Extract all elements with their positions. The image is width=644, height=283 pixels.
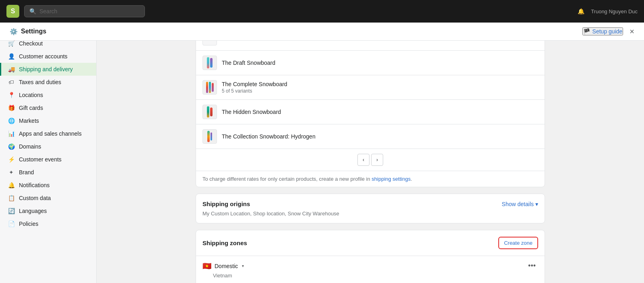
- product-info-3: The Complete Snowboard 5 of 5 variants: [222, 81, 538, 94]
- product-row-5: The Collection Snowboard: Hydrogen: [196, 124, 545, 149]
- vietnam-flag: 🇻🇳: [202, 262, 211, 271]
- header-right: 🔔 Truong Nguyen Duc: [578, 8, 638, 14]
- search-icon: 🔍: [29, 8, 36, 14]
- sidebar-label-policies: Policies: [19, 221, 38, 227]
- sidebar-label-checkout: Checkout: [19, 40, 43, 47]
- product-info-5: The Collection Snowboard: Hydrogen: [222, 133, 538, 140]
- sidebar-item-brand[interactable]: ✦ Brand: [0, 166, 96, 179]
- sidebar-item-notifications[interactable]: 🔔 Notifications: [0, 179, 96, 192]
- settings-title-container: ⚙️ Settings: [10, 28, 46, 35]
- sidebar-label-locations: Locations: [19, 92, 43, 98]
- shipping-origins-locations: My Custom Location, Shop location, Snow …: [202, 211, 538, 217]
- chevron-down-icon: ▾: [535, 201, 538, 207]
- product-name-5: The Collection Snowboard: Hydrogen: [222, 133, 538, 140]
- domains-icon: 🌍: [8, 143, 15, 150]
- setup-guide-button[interactable]: 🏴 Setup guide: [582, 27, 623, 35]
- checkout-icon: 🛒: [8, 40, 15, 47]
- sidebar-item-policies[interactable]: 📄 Policies: [0, 217, 96, 230]
- sidebar-label-domains: Domains: [19, 143, 41, 150]
- zone-chevron-icon: ▾: [242, 264, 244, 268]
- shipping-origins-card: Shipping origins Show details ▾ My Custo…: [196, 194, 545, 223]
- sidebar-label-customer-events: Customer events: [19, 156, 62, 163]
- sidebar-item-shipping[interactable]: 🚚 Shipping and delivery: [0, 63, 96, 76]
- brand-icon: ✦: [8, 169, 15, 176]
- zone-name-label: Domestic: [215, 263, 238, 269]
- sidebar-item-custom-data[interactable]: 📋 Custom data: [0, 192, 96, 205]
- markets-icon: 🌐: [8, 118, 15, 124]
- sidebar-label-markets: Markets: [19, 118, 39, 124]
- languages-icon: 🔄: [8, 208, 15, 214]
- zone-name-container: 🇻🇳 Domestic ▾: [202, 262, 244, 271]
- product-row-4: The Hidden Snowboard: [196, 100, 545, 124]
- sidebar-label-shipping: Shipping and delivery: [19, 66, 73, 72]
- sidebar-label-taxes: Taxes and duties: [19, 79, 61, 85]
- sidebar-label-customer-accounts: Customer accounts: [19, 53, 68, 60]
- zone-more-button[interactable]: •••: [526, 261, 538, 271]
- next-page-button[interactable]: ›: [371, 154, 383, 166]
- product-name-4: The Hidden Snowboard: [222, 109, 538, 115]
- customer-events-icon: ⚡: [8, 156, 15, 163]
- product-info-2: The Draft Snowboard: [222, 60, 538, 66]
- content-area: 🖼 The Minimal Snowboard The Draft: [97, 19, 644, 283]
- shopify-logo: S: [6, 5, 19, 18]
- product-info-4: The Hidden Snowboard: [222, 109, 538, 115]
- info-bar: To charge different rates for only certa…: [196, 171, 545, 187]
- notification-icon[interactable]: 🔔: [578, 8, 584, 14]
- show-details-button[interactable]: Show details ▾: [502, 201, 538, 207]
- zone-country: Vietnam: [202, 273, 538, 279]
- settings-gear-icon: ⚙️: [10, 28, 18, 35]
- sidebar-item-languages[interactable]: 🔄 Languages: [0, 205, 96, 217]
- product-thumbnail-4: [202, 105, 217, 119]
- locations-icon: 📍: [8, 92, 15, 98]
- zone-name-row: 🇻🇳 Domestic ▾ •••: [202, 261, 538, 271]
- shipping-zones-title: Shipping zones: [202, 240, 247, 246]
- shipping-icon: 🚚: [8, 66, 15, 72]
- sidebar-item-locations[interactable]: 📍 Locations: [0, 89, 96, 101]
- gift-cards-icon: 🎁: [8, 105, 15, 111]
- policies-icon: 📄: [8, 221, 15, 227]
- close-settings-button[interactable]: ×: [630, 27, 634, 35]
- settings-title: Settings: [21, 28, 46, 35]
- info-suffix: .: [411, 176, 412, 182]
- main-layout: 💳 Payments 🛒 Checkout 👤 Customer account…: [0, 19, 644, 283]
- shipping-zones-card: Shipping zones Create zone 🇻🇳 Domestic ▾…: [196, 230, 545, 283]
- shipping-origins-title: Shipping origins: [202, 200, 250, 207]
- pagination: ‹ ›: [196, 149, 545, 171]
- sidebar-item-customer-events[interactable]: ⚡ Customer events: [0, 153, 96, 166]
- flag-icon: 🏴: [583, 28, 590, 35]
- product-thumbnail-3: [202, 80, 217, 95]
- customer-accounts-icon: 👤: [8, 53, 15, 60]
- app-header: S 🔍 Search 🔔 Truong Nguyen Duc: [0, 0, 644, 23]
- product-row-2: The Draft Snowboard: [196, 51, 545, 75]
- search-placeholder: Search: [39, 8, 57, 14]
- product-name-3: The Complete Snowboard: [222, 81, 538, 87]
- sidebar-item-customer-accounts[interactable]: 👤 Customer accounts: [0, 50, 96, 63]
- shipping-zones-header: Shipping zones Create zone: [196, 230, 545, 256]
- content-inner: 🖼 The Minimal Snowboard The Draft: [189, 19, 551, 283]
- shipping-settings-link[interactable]: shipping settings: [372, 176, 411, 182]
- prev-page-button[interactable]: ‹: [357, 154, 369, 166]
- product-row-3: The Complete Snowboard 5 of 5 variants: [196, 75, 545, 100]
- create-zone-button[interactable]: Create zone: [498, 237, 538, 249]
- header-left: S 🔍 Search: [6, 5, 145, 18]
- notifications-icon: 🔔: [8, 182, 15, 188]
- custom-data-icon: 📋: [8, 195, 15, 201]
- sidebar-item-gift-cards[interactable]: 🎁 Gift cards: [0, 101, 96, 114]
- product-thumbnail-5: [202, 129, 217, 144]
- product-variants-3: 5 of 5 variants: [222, 88, 538, 94]
- sidebar-item-domains[interactable]: 🌍 Domains: [0, 140, 96, 153]
- info-text: To charge different rates for only certa…: [202, 176, 372, 182]
- apps-sales-icon: 📊: [8, 130, 15, 137]
- sidebar-item-taxes[interactable]: 🏷 Taxes and duties: [0, 76, 96, 89]
- sidebar-label-brand: Brand: [19, 169, 34, 176]
- search-bar[interactable]: 🔍 Search: [24, 5, 145, 17]
- product-thumbnail-2: [202, 56, 217, 70]
- shipping-origins-header: Shipping origins Show details ▾: [202, 200, 538, 207]
- sidebar-label-gift-cards: Gift cards: [19, 105, 43, 111]
- sidebar: 💳 Payments 🛒 Checkout 👤 Customer account…: [0, 19, 97, 283]
- sidebar-label-custom-data: Custom data: [19, 195, 51, 201]
- sidebar-item-apps-sales[interactable]: 📊 Apps and sales channels: [0, 127, 96, 140]
- header-actions: 🏴 Setup guide ×: [582, 27, 634, 35]
- sidebar-item-markets[interactable]: 🌐 Markets: [0, 114, 96, 127]
- user-avatar[interactable]: Truong Nguyen Duc: [591, 8, 638, 14]
